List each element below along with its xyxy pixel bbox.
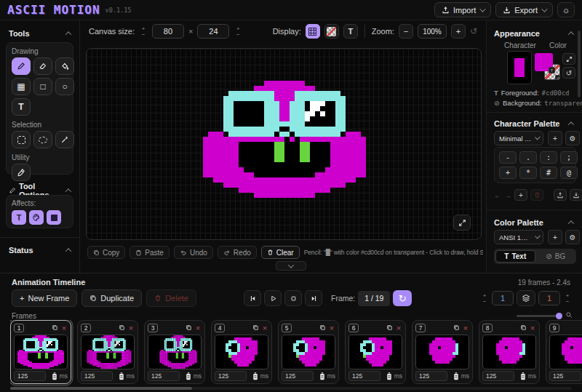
fullscreen-canvas-button[interactable] <box>453 215 471 231</box>
rect-select-tool-button[interactable] <box>12 131 31 148</box>
lasso-tool-button[interactable] <box>33 131 52 148</box>
duplicate-frame-icon[interactable] <box>319 324 326 331</box>
frame-card[interactable]: 3 × 125 ms <box>144 320 205 384</box>
affects-background-toggle[interactable] <box>47 210 61 225</box>
frame-duration-input[interactable]: 125 <box>215 371 247 381</box>
frame-thumbnail[interactable] <box>215 335 268 369</box>
char-button[interactable]: - <box>499 151 517 164</box>
delete-frame-icon[interactable]: × <box>529 324 536 332</box>
undo-button[interactable]: Undo <box>174 246 213 259</box>
new-frame-button[interactable]: + New Frame <box>12 289 77 307</box>
duplicate-frame-icon[interactable] <box>520 324 527 331</box>
add-character-button[interactable]: + <box>514 189 527 201</box>
duplicate-frame-icon[interactable] <box>186 324 192 331</box>
frame-thumbnail[interactable] <box>549 335 582 369</box>
char-button[interactable]: ; <box>560 151 578 164</box>
fill-bucket-tool-button[interactable] <box>55 57 74 75</box>
bg-color-tab[interactable]: ⊘ BG <box>537 250 575 263</box>
pencil-tool-button[interactable] <box>12 57 31 75</box>
redo-button[interactable]: Redo <box>218 246 257 259</box>
frame-thumbnail[interactable] <box>14 335 68 369</box>
frame-card[interactable]: 7 × 125 ms <box>412 320 473 384</box>
zoom-in-button[interactable]: + <box>451 24 466 39</box>
height-decrease-button[interactable]: − <box>234 31 242 37</box>
first-frame-button[interactable] <box>244 290 261 306</box>
text-color-tab[interactable]: T Text <box>495 250 535 263</box>
frame-thumbnail[interactable] <box>482 335 536 369</box>
duplicate-frame-button[interactable]: Duplicate <box>81 289 142 307</box>
last-frame-button[interactable] <box>305 290 322 306</box>
swap-colors-button[interactable] <box>562 53 575 65</box>
stop-button[interactable] <box>284 290 302 306</box>
frame-thumbnail[interactable] <box>415 335 469 369</box>
frame-card[interactable]: 9 × 125 ms <box>546 320 582 384</box>
frame-duration-input[interactable]: 125 <box>81 371 113 381</box>
frame-thumbnail[interactable] <box>348 335 402 369</box>
copy-button[interactable]: Copy <box>87 246 125 259</box>
rectangle-tool-button[interactable]: □ <box>33 78 52 95</box>
delete-frame-icon[interactable]: × <box>194 324 202 332</box>
reset-colors-button[interactable]: ↺ <box>562 67 575 79</box>
canvas-width-input[interactable]: 80 <box>152 24 184 39</box>
eyedropper-tool-button[interactable] <box>12 164 31 181</box>
frame-duration-input[interactable]: 125 <box>14 371 46 381</box>
frame-thumbnail[interactable] <box>282 335 335 369</box>
frame-card[interactable]: 4 × 125 ms <box>211 320 272 384</box>
zoom-out-button[interactable]: − <box>399 24 413 39</box>
frame-duration-input[interactable]: 125 <box>348 371 380 381</box>
char-button[interactable]: . <box>519 151 537 164</box>
export-palette-button[interactable] <box>554 189 567 201</box>
onion-next-increase[interactable]: + <box>563 292 572 298</box>
character-preview[interactable] <box>507 51 532 84</box>
timeline-collapse-handle[interactable] <box>276 261 306 271</box>
onion-prev-decrease[interactable]: − <box>480 298 489 304</box>
duplicate-frame-icon[interactable] <box>386 324 393 331</box>
text-tool-button[interactable]: T <box>12 98 31 116</box>
onion-prev-increase[interactable]: + <box>480 292 489 298</box>
frame-duration-input[interactable]: 125 <box>282 371 314 381</box>
affects-color-toggle[interactable] <box>29 210 44 225</box>
tools-section-header[interactable]: Tools <box>9 29 71 38</box>
color-palette-preset-select[interactable]: ANSI 16-Col <box>494 230 543 244</box>
width-increase-button[interactable]: + <box>139 25 148 31</box>
status-section-header[interactable]: Status <box>9 246 71 255</box>
delete-frame-icon[interactable]: × <box>261 324 268 332</box>
char-button[interactable]: + <box>499 167 517 179</box>
color-palette-settings-button[interactable]: ⚙ <box>565 230 580 244</box>
frame-duration-input[interactable]: 125 <box>415 371 447 381</box>
delete-frame-button[interactable]: Delete <box>146 289 196 307</box>
color-palette-section-header[interactable]: Color Palette <box>494 218 573 227</box>
delete-frame-icon[interactable]: × <box>462 324 469 332</box>
zoom-reset-icon[interactable]: ↺ <box>470 26 477 36</box>
frame-card[interactable]: 8 × 125 ms <box>479 320 540 384</box>
char-button[interactable]: # <box>540 167 557 179</box>
duplicate-frame-icon[interactable] <box>52 324 58 331</box>
duplicate-frame-icon[interactable] <box>453 324 460 331</box>
eraser-tool-button[interactable] <box>33 57 52 75</box>
canvas-height-input[interactable]: 24 <box>197 24 229 39</box>
scrollbar-thumb[interactable] <box>10 387 192 390</box>
duplicate-frame-icon[interactable] <box>252 324 259 331</box>
ellipse-tool-button[interactable]: ○ <box>55 78 74 95</box>
height-increase-button[interactable]: + <box>234 25 242 31</box>
character-palette-section-header[interactable]: Character Palette <box>494 119 573 128</box>
frame-card[interactable]: 1 × 125 ms <box>10 320 71 384</box>
char-button[interactable]: : <box>540 151 557 164</box>
add-color-palette-button[interactable]: + <box>548 230 562 244</box>
drawing-canvas[interactable] <box>86 48 482 240</box>
play-button[interactable] <box>264 290 282 306</box>
character-palette-settings-button[interactable]: ⚙ <box>565 131 580 145</box>
duplicate-frame-icon[interactable] <box>119 324 125 331</box>
character-palette-preset-select[interactable]: Minimal ASC <box>494 131 543 145</box>
magic-wand-tool-button[interactable] <box>55 131 74 148</box>
import-palette-button[interactable] <box>570 189 582 201</box>
sidebar-scrollbar[interactable] <box>578 31 581 97</box>
frames-scrollbar[interactable] <box>10 387 572 390</box>
affects-character-toggle[interactable]: T <box>12 210 26 225</box>
frame-thumbnail[interactable] <box>148 335 202 369</box>
delete-frame-icon[interactable]: × <box>127 324 135 332</box>
width-decrease-button[interactable]: − <box>139 31 148 37</box>
delete-frame-icon[interactable]: × <box>328 324 335 332</box>
paste-button[interactable]: Paste <box>129 246 170 259</box>
loop-toggle-button[interactable]: ↻ <box>393 290 412 306</box>
